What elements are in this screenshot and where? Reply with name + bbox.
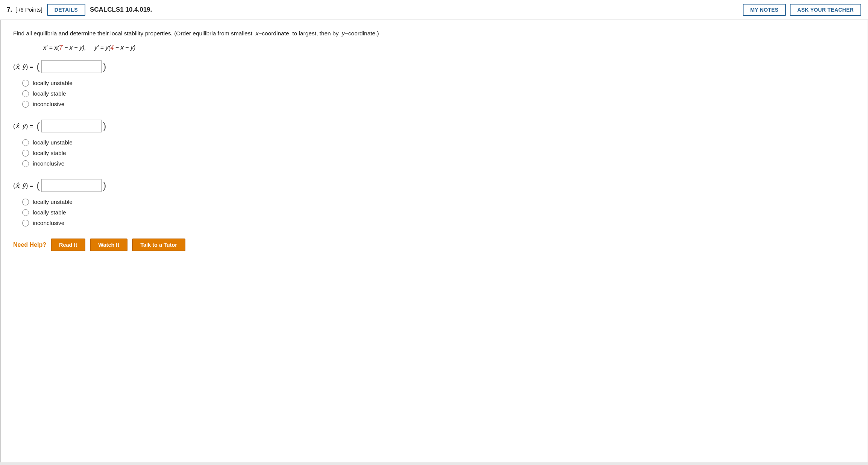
close-paren-2: ) [103,121,106,131]
radio-locally-stable-3[interactable]: locally stable [22,209,856,216]
radio-locally-unstable-2[interactable]: locally unstable [22,139,856,146]
radio-input-locally-stable-2[interactable] [22,150,29,157]
eq-label-1: (x̂, ŷ) = [13,63,33,71]
equilibrium-group-3: (x̂, ŷ) = ( ) locally unstable locally s… [13,179,856,226]
radio-input-locally-unstable-3[interactable] [22,199,29,205]
radio-inconclusive-3[interactable]: inconclusive [22,220,856,226]
eq-label-3: (x̂, ŷ) = [13,182,33,190]
equilibrium-group-2: (x̂, ŷ) = ( ) locally unstable locally s… [13,120,856,167]
radio-group-3: locally unstable locally stable inconclu… [22,199,856,226]
radio-input-inconclusive-2[interactable] [22,160,29,167]
my-notes-button[interactable]: MY NOTES [743,4,786,16]
radio-input-inconclusive-1[interactable] [22,101,29,108]
radio-locally-unstable-3[interactable]: locally unstable [22,199,856,205]
eq-input-row-2: (x̂, ŷ) = ( ) [13,120,856,132]
eq-x-highlight: 7 [59,44,63,51]
header-left: 7. [-/6 Points] DETAILS SCALCLS1 10.4.01… [7,4,737,16]
need-help-row: Need Help? Read It Watch It Talk to a Tu… [13,239,856,251]
eq-input-row-1: (x̂, ŷ) = ( ) [13,60,856,73]
read-it-button[interactable]: Read It [51,239,85,251]
watch-it-button[interactable]: Watch It [90,239,127,251]
close-paren-1: ) [103,62,106,71]
eq-input-3[interactable] [41,179,102,192]
eq-y-highlight: 4 [111,44,114,51]
problem-statement: Find all equilibria and determine their … [13,29,856,38]
radio-inconclusive-1[interactable]: inconclusive [22,101,856,108]
eq-input-1[interactable] [41,60,102,73]
eq-input-2[interactable] [41,120,102,132]
radio-input-locally-unstable-1[interactable] [22,80,29,87]
radio-locally-stable-2[interactable]: locally stable [22,150,856,157]
radio-input-locally-unstable-2[interactable] [22,139,29,146]
eq-input-row-3: (x̂, ŷ) = ( ) [13,179,856,192]
ask-teacher-button[interactable]: ASK YOUR TEACHER [790,4,861,16]
talk-to-tutor-button[interactable]: Talk to a Tutor [132,239,185,251]
open-paren-2: ( [36,121,40,131]
open-paren-3: ( [36,181,40,190]
open-paren-1: ( [36,62,40,71]
radio-group-1: locally unstable locally stable inconclu… [22,80,856,108]
radio-input-locally-stable-3[interactable] [22,209,29,216]
equilibrium-group-1: (x̂, ŷ) = ( ) locally unstable locally s… [13,60,856,108]
radio-input-inconclusive-3[interactable] [22,220,29,226]
header-right: MY NOTES ASK YOUR TEACHER [743,4,861,16]
question-number: 7. [-/6 Points] [7,6,42,14]
problem-id: SCALCLS1 10.4.019. [90,6,152,14]
radio-inconclusive-2[interactable]: inconclusive [22,160,856,167]
main-content: Find all equilibria and determine their … [0,20,868,462]
need-help-label: Need Help? [13,242,46,248]
eq-label-2: (x̂, ŷ) = [13,122,33,130]
radio-locally-unstable-1[interactable]: locally unstable [22,80,856,87]
header: 7. [-/6 Points] DETAILS SCALCLS1 10.4.01… [0,0,868,20]
radio-group-2: locally unstable locally stable inconclu… [22,139,856,167]
details-button[interactable]: DETAILS [47,4,85,16]
radio-locally-stable-1[interactable]: locally stable [22,90,856,97]
close-paren-3: ) [103,181,106,190]
radio-input-locally-stable-1[interactable] [22,90,29,97]
equation-display: x′ = x(7 − x − y), y′ = y(4 − x − y) [43,44,856,51]
